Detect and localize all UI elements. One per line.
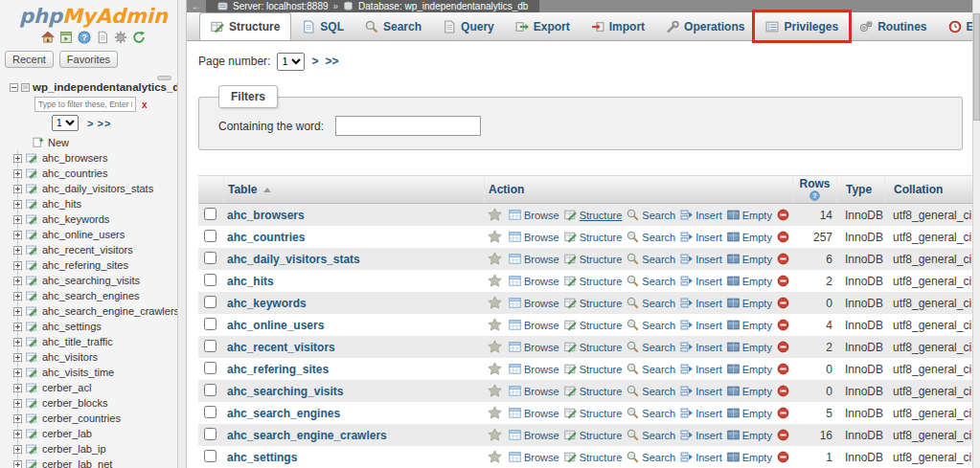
table-name-link[interactable]: ahc_browsers — [227, 209, 305, 222]
row-checkbox[interactable] — [204, 208, 217, 220]
insert-link[interactable]: Insert — [680, 407, 722, 419]
tree-item-table[interactable]: ahc_hits — [10, 196, 187, 212]
drop-link[interactable]: Drop — [777, 297, 792, 309]
column-header-type[interactable]: Type — [836, 176, 884, 203]
phpmyadmin-logo[interactable]: phpMyAdmin — [0, 0, 187, 28]
table-name-link[interactable]: ahc_search_engine_crawlers — [227, 429, 387, 442]
insert-link[interactable]: Insert — [680, 319, 722, 331]
expand-plus-icon[interactable] — [13, 200, 22, 209]
expand-plus-icon[interactable] — [13, 261, 22, 270]
expand-plus-icon[interactable] — [13, 460, 22, 468]
insert-link[interactable]: Insert — [680, 209, 722, 221]
insert-link[interactable]: Insert — [680, 429, 722, 441]
browse-link[interactable]: Browse — [509, 297, 559, 309]
column-header-rows[interactable]: Rows — [792, 176, 836, 203]
table-name-link[interactable]: ahc_countries — [227, 231, 305, 244]
empty-link[interactable]: Empty — [727, 429, 772, 441]
sidebar-scrollbar[interactable] — [177, 0, 187, 468]
tree-item-table[interactable]: ahc_search_engine_crawlers — [10, 303, 187, 319]
containing-word-input[interactable] — [335, 116, 481, 136]
row-checkbox[interactable] — [204, 230, 217, 242]
tree-database-item[interactable]: wp_independentanalytics_db — [10, 81, 187, 93]
tree-last-page-link[interactable]: >> — [98, 118, 112, 129]
search-link[interactable]: Search — [627, 407, 675, 419]
drop-link[interactable]: Drop — [777, 209, 792, 221]
row-checkbox[interactable] — [204, 406, 217, 418]
expand-plus-icon[interactable] — [13, 445, 22, 454]
drop-link[interactable]: Drop — [777, 275, 792, 287]
page-scrollbar[interactable] — [972, 0, 980, 468]
favorite-star-icon[interactable] — [488, 384, 502, 398]
table-name-link[interactable]: ahc_search_engines — [227, 407, 340, 420]
table-name-link[interactable]: ahc_daily_visitors_stats — [227, 253, 360, 266]
insert-link[interactable]: Insert — [680, 363, 722, 375]
expand-plus-icon[interactable] — [13, 399, 22, 408]
expand-plus-icon[interactable] — [13, 231, 22, 239]
search-link[interactable]: Search — [627, 385, 675, 397]
next-page-link[interactable]: > — [311, 55, 318, 68]
row-checkbox[interactable] — [204, 318, 217, 330]
search-link[interactable]: Search — [627, 297, 675, 309]
structure-link[interactable]: Structure — [564, 363, 623, 375]
empty-link[interactable]: Empty — [727, 209, 772, 221]
expand-plus-icon[interactable] — [13, 277, 22, 285]
search-link[interactable]: Search — [627, 363, 675, 375]
favorite-star-icon[interactable] — [488, 296, 502, 310]
row-checkbox[interactable] — [204, 340, 217, 352]
favorite-star-icon[interactable] — [488, 230, 502, 244]
search-link[interactable]: Search — [627, 209, 675, 221]
tree-item-table[interactable]: cerber_acl — [10, 380, 187, 395]
favorite-star-icon[interactable] — [488, 450, 502, 464]
empty-link[interactable]: Empty — [727, 297, 772, 309]
search-link[interactable]: Search — [627, 253, 675, 265]
favorite-star-icon[interactable] — [488, 340, 502, 354]
tree-item-table[interactable]: cerber_lab — [10, 426, 187, 441]
tree-item-table[interactable]: cerber_countries — [10, 411, 187, 426]
tree-item-table[interactable]: ahc_keywords — [10, 212, 187, 227]
browse-link[interactable]: Browse — [509, 451, 559, 463]
tab[interactable]: Search — [354, 12, 432, 40]
docs-icon[interactable] — [96, 31, 109, 44]
expand-plus-icon[interactable] — [13, 368, 22, 377]
expand-plus-icon[interactable] — [13, 307, 22, 316]
row-checkbox[interactable] — [204, 362, 217, 374]
insert-link[interactable]: Insert — [680, 253, 722, 265]
row-checkbox[interactable] — [204, 450, 217, 462]
search-link[interactable]: Search — [627, 451, 675, 463]
empty-link[interactable]: Empty — [727, 407, 772, 419]
row-checkbox[interactable] — [204, 296, 217, 308]
structure-link[interactable]: Structure — [564, 451, 623, 463]
expand-plus-icon[interactable] — [13, 185, 22, 193]
tab[interactable]: SQL — [291, 12, 354, 40]
favorite-star-icon[interactable] — [488, 252, 502, 266]
breadcrumb-server-link[interactable]: Server: localhost:8889 — [233, 1, 329, 11]
structure-link[interactable]: Structure — [564, 231, 623, 243]
search-link[interactable]: Search — [627, 341, 675, 353]
row-checkbox[interactable] — [204, 384, 217, 396]
search-link[interactable]: Search — [627, 275, 675, 287]
drop-link[interactable]: Drop — [777, 429, 792, 441]
tree-item-table[interactable]: ahc_refering_sites — [10, 257, 187, 273]
panel-collapse-handle[interactable] — [157, 76, 171, 80]
clear-filter-icon[interactable]: x — [142, 100, 148, 110]
insert-link[interactable]: Insert — [680, 275, 722, 287]
expand-plus-icon[interactable] — [13, 215, 22, 224]
collapse-minus-icon[interactable] — [10, 83, 18, 92]
tree-item-table[interactable]: ahc_countries — [10, 166, 187, 181]
drop-link[interactable]: Drop — [777, 363, 792, 375]
settings-gear-icon[interactable] — [114, 31, 127, 44]
tree-item-table[interactable]: cerber_blocks — [10, 395, 187, 411]
empty-link[interactable]: Empty — [727, 231, 772, 243]
tree-item-table[interactable]: cerber_lab_ip — [10, 441, 187, 457]
structure-link[interactable]: Structure — [564, 253, 623, 265]
search-link[interactable]: Search — [627, 231, 675, 243]
tree-item-new[interactable]: New — [33, 135, 187, 150]
drop-link[interactable]: Drop — [777, 341, 792, 353]
tree-item-table[interactable]: ahc_search_engines — [10, 288, 187, 303]
favorites-button[interactable]: Favorites — [59, 51, 118, 68]
browse-link[interactable]: Browse — [509, 341, 559, 353]
favorite-star-icon[interactable] — [488, 274, 502, 288]
logout-icon[interactable] — [59, 31, 73, 44]
empty-link[interactable]: Empty — [727, 275, 772, 287]
filters-legend[interactable]: Filters — [218, 85, 278, 108]
